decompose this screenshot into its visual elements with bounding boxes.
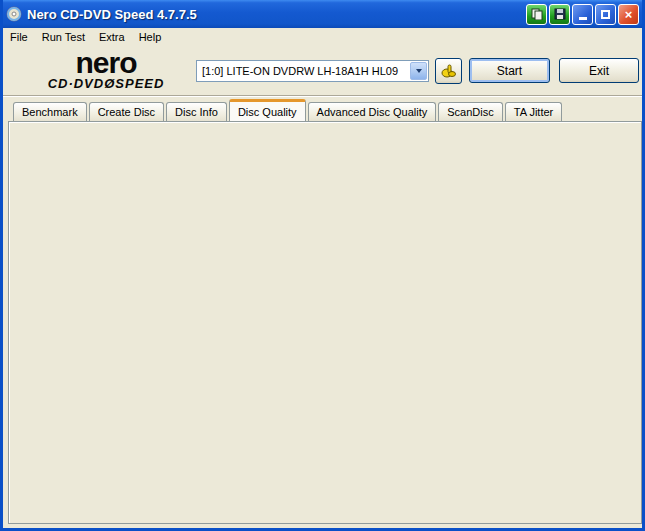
menu-help[interactable]: Help [132, 29, 169, 45]
menu-run-test[interactable]: Run Test [35, 29, 92, 45]
copy-report-button[interactable] [526, 4, 547, 25]
start-button-label: Start [497, 64, 522, 78]
tab-strip: Benchmark Create Disc Disc Info Disc Qua… [13, 100, 564, 121]
app-icon [6, 6, 22, 22]
close-button[interactable]: × [618, 4, 639, 25]
save-report-button[interactable] [549, 4, 570, 25]
drive-selector[interactable]: [1:0] LITE-ON DVDRW LH-18A1H HL09 [196, 60, 429, 82]
hand-disc-icon [441, 63, 457, 79]
close-icon: × [625, 7, 633, 22]
start-button[interactable]: Start [469, 58, 550, 83]
tab-create-disc[interactable]: Create Disc [89, 102, 164, 121]
copy-icon [531, 8, 543, 20]
save-icon [554, 8, 566, 20]
menu-file[interactable]: File [3, 29, 35, 45]
menu-bar: File Run Test Extra Help [3, 28, 642, 47]
tab-disc-info[interactable]: Disc Info [166, 102, 227, 121]
nero-logo: nero CD·DVDØSPEED [21, 50, 191, 91]
disc-quality-tab-page [8, 121, 642, 524]
exit-button-label: Exit [589, 64, 609, 78]
tab-advanced-disc-quality[interactable]: Advanced Disc Quality [308, 102, 437, 121]
tab-ta-jitter[interactable]: TA Jitter [505, 102, 563, 121]
nero-logo-text: nero [21, 50, 191, 76]
minimize-button[interactable] [572, 4, 593, 25]
disc-eject-button[interactable] [435, 58, 462, 84]
drive-selector-value: [1:0] LITE-ON DVDRW LH-18A1H HL09 [197, 65, 409, 77]
exit-button[interactable]: Exit [559, 58, 639, 83]
cddvdspeed-logo-text: CD·DVDØSPEED [21, 76, 191, 91]
window-title: Nero CD-DVD Speed 4.7.7.5 [27, 7, 524, 22]
toolbar: nero CD·DVDØSPEED [1:0] LITE-ON DVDRW LH… [3, 47, 642, 96]
title-bar: Nero CD-DVD Speed 4.7.7.5 × [0, 0, 645, 28]
minimize-icon [579, 17, 587, 20]
tab-disc-quality[interactable]: Disc Quality [229, 99, 306, 121]
maximize-icon [601, 10, 610, 19]
drive-selector-dropdown-button[interactable] [410, 62, 427, 80]
tab-benchmark[interactable]: Benchmark [13, 102, 87, 121]
app-window: Nero CD-DVD Speed 4.7.7.5 × File Run Tes… [0, 0, 645, 531]
tab-scandisc[interactable]: ScanDisc [438, 102, 502, 121]
chevron-down-icon [416, 69, 422, 73]
maximize-button[interactable] [595, 4, 616, 25]
menu-extra[interactable]: Extra [92, 29, 132, 45]
